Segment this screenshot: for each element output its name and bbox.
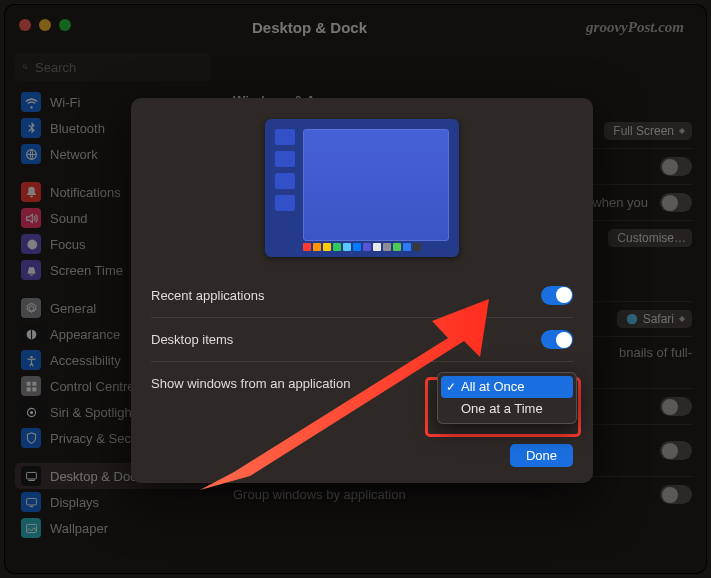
- recent-apps-toggle[interactable]: [541, 286, 573, 305]
- mission-control-preview: [265, 119, 459, 257]
- settings-window: Desktop & Dock groovyPost.com Wi-FiBluet…: [5, 5, 706, 573]
- dock-preview: [303, 243, 421, 251]
- done-button[interactable]: Done: [510, 444, 573, 467]
- desktop-items-row: Desktop items: [151, 317, 573, 361]
- recent-apps-row: Recent applications: [151, 273, 573, 317]
- desktop-items-toggle[interactable]: [541, 330, 573, 349]
- dropdown-menu: All at Once One at a Time: [437, 372, 577, 424]
- mission-control-sheet: Recent applications Desktop items Show w…: [131, 98, 593, 483]
- show-windows-row: Show windows from an application All at …: [151, 361, 573, 405]
- dropdown-all-at-once[interactable]: All at Once: [441, 376, 573, 398]
- dropdown-one-at-a-time[interactable]: One at a Time: [441, 398, 573, 420]
